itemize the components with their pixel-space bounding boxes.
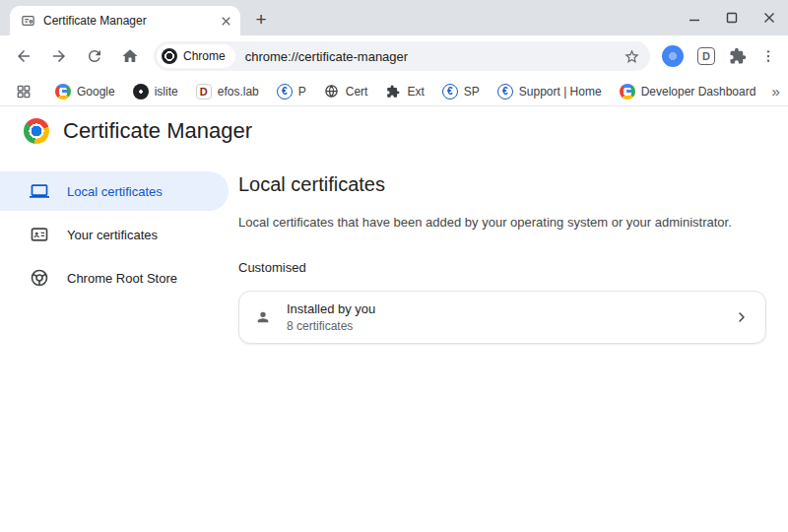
close-icon — [763, 12, 775, 24]
bookmark-item-islite[interactable]: islite — [125, 80, 186, 103]
puzzle-icon — [729, 47, 747, 65]
sidebar: Local certificates Your certificates — [0, 152, 229, 532]
maximize-icon — [726, 12, 738, 24]
forward-icon — [50, 47, 68, 65]
euro-icon — [442, 84, 458, 100]
bookmark-label: islite — [155, 85, 178, 99]
person-icon — [255, 309, 271, 325]
close-icon — [222, 17, 230, 26]
bookmark-item-cert[interactable]: Cert — [316, 80, 376, 103]
toolbar: Chrome chrome://certificate-manager — [0, 35, 788, 77]
google-g-icon — [55, 84, 71, 100]
bookmark-star-button[interactable] — [624, 48, 640, 65]
apps-grid-button[interactable] — [12, 80, 35, 103]
chevron-right-icon — [734, 309, 750, 325]
section-label: Customised — [238, 260, 766, 275]
letter-d-icon — [196, 84, 212, 100]
bookmark-item-p[interactable]: P — [269, 80, 314, 103]
bookmark-label: P — [298, 85, 306, 99]
main-panel: Local certificates Local certificates th… — [229, 152, 788, 532]
bookmark-item-ext[interactable]: Ext — [377, 80, 431, 103]
id-card-icon — [30, 225, 49, 244]
home-button[interactable] — [118, 44, 142, 68]
sidebar-item-chrome-root-store[interactable]: Chrome Root Store — [0, 258, 229, 298]
section-description: Local certificates that have been added … — [238, 214, 766, 233]
browser-menu-button[interactable] — [760, 48, 776, 64]
reload-icon — [86, 47, 103, 65]
bookmark-item-efos-lab[interactable]: efos.lab — [188, 80, 267, 103]
puzzle-icon — [385, 84, 401, 100]
bookmark-label: Developer Dashboard — [641, 85, 756, 99]
bookmark-item-support-home[interactable]: Support | Home — [490, 80, 610, 103]
reload-button[interactable] — [83, 44, 106, 68]
maximize-button[interactable] — [725, 11, 739, 25]
page-content: Certificate Manager Local certificates Y… — [0, 106, 788, 532]
window-controls — [688, 0, 776, 35]
sidebar-item-label: Your certificates — [67, 228, 158, 242]
new-tab-button[interactable]: + — [248, 7, 274, 33]
sidebar-item-your-certificates[interactable]: Your certificates — [0, 215, 229, 254]
tab-title: Certificate Manager — [43, 14, 209, 28]
bookmark-label: Ext — [407, 85, 424, 99]
tab-certificate-manager[interactable]: Certificate Manager — [10, 6, 240, 35]
card-subtitle: 8 certificates — [287, 319, 375, 333]
bookmark-label: Google — [77, 85, 115, 99]
apps-grid-icon — [16, 84, 32, 100]
euro-icon — [497, 84, 513, 100]
section-heading: Local certificates — [238, 173, 766, 196]
globe-icon — [324, 84, 340, 100]
address-bar[interactable]: Chrome chrome://certificate-manager — [154, 41, 650, 71]
extensions-button[interactable] — [729, 47, 747, 65]
bookmark-label: SP — [464, 85, 480, 99]
minimize-button[interactable] — [688, 11, 701, 25]
tab-strip: Certificate Manager + — [0, 0, 788, 35]
bookmarks-bar: Google islite efos.lab P Cert Ext — [0, 77, 788, 106]
installed-by-you-card[interactable]: Installed by you 8 certificates — [238, 291, 766, 344]
bookmark-item-sp[interactable]: SP — [434, 80, 488, 103]
pinned-extension-button[interactable] — [697, 47, 715, 65]
bookmark-item-google[interactable]: Google — [47, 80, 123, 103]
tab-favicon-icon — [20, 13, 35, 29]
card-texts: Installed by you 8 certificates — [287, 301, 375, 333]
toolbar-right-actions — [662, 45, 776, 67]
bookmark-label: Cert — [346, 85, 368, 99]
forward-button[interactable] — [47, 44, 71, 68]
back-icon — [15, 47, 33, 65]
bookmark-label: Support | Home — [519, 85, 602, 99]
google-g-icon — [620, 84, 635, 100]
minimize-icon — [689, 12, 700, 24]
kebab-menu-icon — [760, 48, 776, 64]
bookmark-label: efos.lab — [218, 85, 259, 99]
chrome-logo-outline-icon — [30, 268, 49, 288]
bookmark-item-developer-dashboard[interactable]: Developer Dashboard — [612, 80, 764, 103]
close-window-button[interactable] — [762, 11, 776, 25]
site-chip-label: Chrome — [183, 49, 226, 63]
star-icon — [624, 48, 640, 65]
dark-circle-icon — [133, 84, 149, 100]
tab-close-button[interactable] — [217, 12, 234, 30]
laptop-icon — [30, 181, 49, 201]
sidebar-item-label: Local certificates — [67, 184, 163, 199]
chrome-badge-icon — [162, 48, 177, 64]
profile-avatar[interactable] — [662, 45, 684, 67]
card-title: Installed by you — [287, 301, 375, 316]
site-info-chip[interactable]: Chrome — [157, 44, 235, 68]
sidebar-item-label: Chrome Root Store — [67, 271, 177, 286]
page-header: Certificate Manager — [0, 106, 788, 152]
chrome-logo-icon — [24, 118, 49, 144]
browser-window: Certificate Manager + — [0, 0, 788, 532]
back-button[interactable] — [12, 44, 35, 68]
bookmarks-overflow-button[interactable]: » — [765, 83, 785, 100]
home-icon — [121, 47, 139, 65]
page-title: Certificate Manager — [63, 118, 252, 144]
page-body: Local certificates Your certificates — [0, 152, 788, 532]
sidebar-item-local-certificates[interactable]: Local certificates — [0, 171, 229, 211]
url-text: chrome://certificate-manager — [245, 49, 614, 64]
euro-icon — [277, 84, 293, 100]
